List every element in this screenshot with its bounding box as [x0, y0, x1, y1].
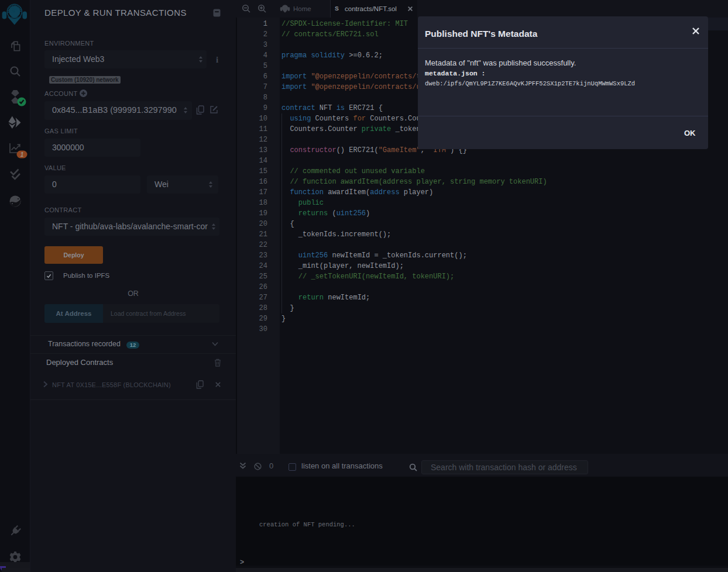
svg-text:1: 1 — [20, 151, 24, 158]
